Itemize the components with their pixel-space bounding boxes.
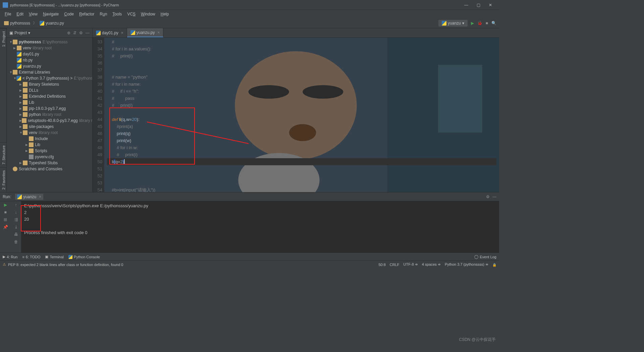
menu-vcs[interactable]: VCS [125, 11, 138, 17]
hide-icon[interactable]: — [492, 194, 496, 199]
tree-python-root[interactable]: ▶pythonlibrary root [7, 112, 92, 118]
cursor-position[interactable]: 50:8 [378, 263, 385, 267]
terminal-tool-button[interactable]: ▣Terminal [45, 255, 64, 259]
run-panel-header: Run: yuanzu × ⚙ — [0, 192, 499, 201]
locate-icon[interactable]: ⊕ [67, 31, 70, 35]
editor-tab-day01[interactable]: day01.py × [93, 28, 127, 37]
tree-setuptools[interactable]: ▶setuptools-40.8.0-py3.7.egglibrary root [7, 118, 92, 124]
menu-run[interactable]: Run [98, 11, 109, 17]
gear-icon[interactable]: ⚙ [79, 31, 83, 35]
menubar: File Edit View Navigate Code Refactor Ru… [0, 10, 499, 18]
tree-pip[interactable]: ▶pip-19.0.3-py3.7.egg [7, 105, 92, 112]
tree-typeshed[interactable]: ▶Typeshed Stubs [7, 160, 92, 166]
editor-tab-yuanzu[interactable]: yuanzu.py × [127, 28, 164, 37]
menu-tools[interactable]: Tools [110, 11, 124, 17]
project-panel-title[interactable]: ▣Project▾ [9, 31, 67, 35]
pin-button[interactable]: 📌 [3, 225, 8, 229]
python-console-button[interactable]: Python Console [68, 255, 100, 259]
collapse-icon[interactable]: ⇵ [73, 31, 76, 35]
indent[interactable]: 4 spaces ≑ [422, 262, 441, 267]
line-gutter: 3334353637383940414243444546474849505152… [93, 38, 104, 192]
run-body: ▶ ■ ⊞ 📌 ↑ ↓ ⇶ ⤓ 🖶 🗑 E:\pythonssss\venv\S… [0, 201, 499, 253]
python-file-icon [17, 194, 22, 199]
tree-yuanzu[interactable]: yuanzu.py [7, 63, 92, 69]
scroll-icon[interactable]: ⤓ [14, 225, 18, 229]
tree-nb[interactable]: nb.py [7, 57, 92, 63]
menu-view[interactable]: View [27, 11, 40, 17]
encoding[interactable]: UTF-8 ≑ [404, 262, 418, 267]
debug-button[interactable]: 🐞 [477, 21, 482, 26]
interpreter[interactable]: Python 3.7 (pythonssss) ≑ [445, 262, 488, 267]
run-tab[interactable]: yuanzu × [15, 194, 43, 200]
gear-icon[interactable]: ⚙ [486, 194, 490, 199]
menu-window[interactable]: Window [139, 11, 157, 17]
app-icon [3, 2, 8, 8]
wrap-icon[interactable]: ⇶ [14, 217, 18, 222]
console-output[interactable]: E:\pythonssss\venv\Scripts\python.exe E:… [21, 201, 499, 253]
lock-icon[interactable] [492, 263, 496, 267]
run-toolbar-left: ▶ ■ ⊞ 📌 [0, 201, 11, 253]
minimize-button[interactable]: — [464, 2, 469, 8]
stop-button[interactable]: ■ [4, 210, 6, 215]
tree-venv[interactable]: ▶venvlibrary root [7, 45, 92, 51]
tree-root[interactable]: ▼pythonssssE:\pythonssss [7, 39, 92, 45]
run-config-selector[interactable]: yuanzu ▾ [438, 20, 468, 27]
tree-scripts[interactable]: ▶Scripts [7, 148, 92, 154]
menu-navigate[interactable]: Navigate [41, 11, 61, 17]
project-tool-tab[interactable]: 1: Project [0, 28, 6, 49]
run-toolbar-right: ↑ ↓ ⇶ ⤓ 🖶 🗑 [11, 201, 21, 253]
titlebar: pythonssss [E:\pythonssss] - ...\yuanzu.… [0, 0, 499, 10]
up-icon[interactable]: ↑ [15, 203, 17, 207]
print-icon[interactable]: 🖶 [14, 232, 18, 237]
trash-icon[interactable]: 🗑 [14, 239, 18, 244]
run-tool-button[interactable]: ▶4: Run [3, 255, 17, 259]
menu-refactor[interactable]: Refactor [77, 11, 96, 17]
tree-binary-skeletons[interactable]: ▶Binary Skeletons [7, 81, 92, 87]
maximize-button[interactable]: ▢ [476, 2, 481, 8]
tree-lib2[interactable]: ▶Lib [7, 142, 92, 148]
close-icon[interactable]: × [39, 194, 41, 199]
close-icon[interactable]: × [121, 31, 123, 35]
event-log-button[interactable]: ◯Event Log [474, 255, 496, 259]
editor-tabs: day01.py × yuanzu.py × [93, 28, 499, 38]
window-controls: — ▢ ✕ [464, 2, 496, 8]
breadcrumb-file[interactable]: yuanzu.py [38, 20, 65, 26]
status-right: 50:8 CRLF UTF-8 ≑ 4 spaces ≑ Python 3.7 … [378, 262, 496, 267]
code-content[interactable]: # # for i in aa.values(): # print(i) # n… [104, 38, 499, 192]
tree-extended-defs[interactable]: ▶Extended Definitions [7, 93, 92, 99]
hide-icon[interactable]: — [86, 31, 90, 35]
tree-dlls[interactable]: ▶DLLs [7, 87, 92, 93]
tree-site-packages[interactable]: ▶site-packages [7, 124, 92, 130]
breadcrumb-project[interactable]: pythonssss [3, 20, 32, 26]
down-icon[interactable]: ↓ [15, 210, 17, 215]
tree-lib[interactable]: ▶Lib [7, 99, 92, 105]
menu-file[interactable]: File [3, 11, 13, 17]
todo-tool-button[interactable]: ≡6: TODO [22, 255, 40, 259]
menu-help[interactable]: Help [159, 11, 171, 17]
search-everywhere-button[interactable]: 🔍 [491, 21, 496, 26]
close-icon[interactable]: × [157, 30, 160, 35]
line-separator[interactable]: CRLF [390, 263, 399, 267]
tree-pyvenv[interactable]: pyvenv.cfg [7, 154, 92, 160]
rerun-button[interactable]: ▶ [4, 203, 7, 207]
tree-day01[interactable]: day01.py [7, 51, 92, 57]
python-file-icon [96, 31, 101, 35]
structure-tool-tab[interactable]: 7: Structure [0, 142, 6, 167]
python-file-icon [40, 21, 44, 26]
tree-python37[interactable]: ▼< Python 3.7 (pythonssss) >E:\pythonsss… [7, 75, 92, 81]
tree-external-libs[interactable]: ▼External Libraries [7, 69, 92, 75]
code-editor[interactable]: 3334353637383940414243444546474849505152… [93, 38, 499, 192]
tree-scratches[interactable]: Scratches and Consoles [7, 166, 92, 172]
warning-icon: ⚠ [3, 262, 6, 267]
layout-button[interactable]: ⊞ [4, 217, 7, 222]
menu-code[interactable]: Code [62, 11, 76, 17]
console-line: Process finished with exit code 0 [24, 229, 496, 236]
tree-venv2[interactable]: ▼venvlibrary root [7, 130, 92, 136]
tree-include[interactable]: Include [7, 136, 92, 142]
menu-edit[interactable]: Edit [14, 11, 25, 17]
stop-button[interactable]: ■ [486, 21, 488, 26]
run-button[interactable]: ▶ [471, 21, 474, 26]
favorites-tool-tab[interactable]: 2: Favorites [0, 167, 6, 192]
breadcrumb: pythonssss 〉 yuanzu.py [3, 20, 65, 26]
close-button[interactable]: ✕ [488, 2, 493, 8]
